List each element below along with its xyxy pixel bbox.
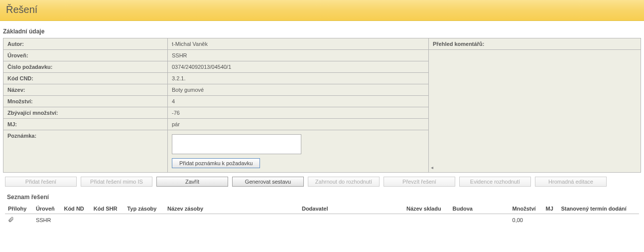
basic-section-title: Základní údaje — [0, 21, 644, 38]
generovat-button[interactable]: Generovat sestavu — [232, 177, 304, 187]
nazev-value: Boty gumové — [168, 84, 428, 95]
solutions-title: Seznam řešení — [5, 189, 639, 204]
kodcnd-label: Kód CND: — [3, 73, 168, 84]
solutions-section: Seznam řešení Přílohy Úroveň Kód ND Kód … — [0, 189, 644, 226]
cell-dodavatel — [299, 214, 403, 227]
col-kodnd[interactable]: Kód ND — [61, 204, 90, 214]
cell-termin — [558, 214, 639, 227]
scroll-left-icon[interactable]: ◂ — [431, 165, 433, 170]
pridat-reseni-mimo-button[interactable]: Přidat řešení mimo IS — [81, 177, 152, 187]
solutions-table: Přílohy Úroveň Kód ND Kód SHR Typ zásoby… — [5, 204, 639, 226]
comments-body: ◂ — [429, 50, 641, 172]
col-typzasoby[interactable]: Typ zásoby — [124, 204, 164, 214]
col-prilohy[interactable]: Přílohy — [5, 204, 33, 214]
zahrnout-button[interactable]: Zahrnout do rozhodnutí — [308, 177, 380, 187]
poznamka-cell: Přidat poznámku k požadavku — [168, 130, 428, 172]
add-note-button[interactable]: Přidat poznámku k požadavku — [172, 158, 260, 168]
mj-label: MJ: — [3, 119, 168, 130]
col-termin[interactable]: Stanovený termín dodání — [558, 204, 639, 214]
attachment-icon[interactable] — [8, 218, 14, 224]
table-row[interactable]: SSHR 0,00 — [5, 214, 639, 227]
poznamka-input[interactable] — [172, 134, 301, 154]
cell-budova — [450, 214, 510, 227]
hromadna-button[interactable]: Hromadná editace — [535, 177, 607, 187]
mnozstvi-value: 4 — [168, 96, 428, 107]
pridat-reseni-button[interactable]: Přidat řešení — [5, 177, 77, 187]
autor-value: t-Michal Vaněk — [168, 38, 428, 49]
col-nazevzasoby[interactable]: Název zásoby — [164, 204, 299, 214]
prevzit-button[interactable]: Převzít řešení — [384, 177, 455, 187]
cell-kodnd — [61, 214, 90, 227]
uroven-label: Úroveň: — [3, 50, 168, 61]
cell-mnozstvi: 0,00 — [510, 214, 543, 227]
mnozstvi-label: Množství: — [3, 96, 168, 107]
page-title: Řešení — [6, 4, 638, 15]
cell-prilohy[interactable] — [5, 214, 33, 227]
cislo-label: Číslo požadavku: — [3, 61, 168, 72]
autor-label: Autor: — [3, 38, 168, 49]
cell-uroven: SSHR — [33, 214, 61, 227]
col-dodavatel[interactable]: Dodavatel — [299, 204, 403, 214]
uroven-value: SSHR — [168, 50, 428, 61]
solutions-header-row: Přílohy Úroveň Kód ND Kód SHR Typ zásoby… — [5, 204, 639, 214]
zbyv-label: Zbývající množství: — [3, 107, 168, 118]
cell-kodshr — [91, 214, 125, 227]
col-mnozstvi[interactable]: Množství — [510, 204, 543, 214]
col-budova[interactable]: Budova — [450, 204, 510, 214]
col-nazevskladu[interactable]: Název skladu — [403, 204, 450, 214]
col-mj[interactable]: MJ — [542, 204, 558, 214]
cislo-value: 0374/24092013/04540/1 — [168, 61, 428, 72]
cell-nazevskladu — [403, 214, 450, 227]
zbyv-value: -76 — [168, 107, 428, 118]
poznamka-label: Poznámka: — [3, 130, 168, 172]
col-kodshr[interactable]: Kód SHR — [91, 204, 125, 214]
cell-typzasoby — [124, 214, 164, 227]
main-panel: Autor: t-Michal Vaněk Úroveň: SSHR Číslo… — [3, 38, 641, 173]
mj-value: pár — [168, 119, 428, 130]
cell-nazevzasoby — [164, 214, 299, 227]
page-header: Řešení — [0, 0, 644, 21]
cell-mj — [542, 214, 558, 227]
col-uroven[interactable]: Úroveň — [33, 204, 61, 214]
basic-data-table: Autor: t-Michal Vaněk Úroveň: SSHR Číslo… — [3, 38, 428, 172]
kodcnd-value: 3.2.1. — [168, 73, 428, 84]
comments-panel: Přehled komentářů: ◂ — [428, 38, 641, 172]
evidence-button[interactable]: Evidence rozhodnutí — [459, 177, 531, 187]
action-button-row: Přidat řešení Přidat řešení mimo IS Zavř… — [0, 173, 644, 189]
nazev-label: Název: — [3, 84, 168, 95]
zavrit-button[interactable]: Zavřít — [156, 177, 228, 187]
comments-header: Přehled komentářů: — [429, 38, 641, 50]
